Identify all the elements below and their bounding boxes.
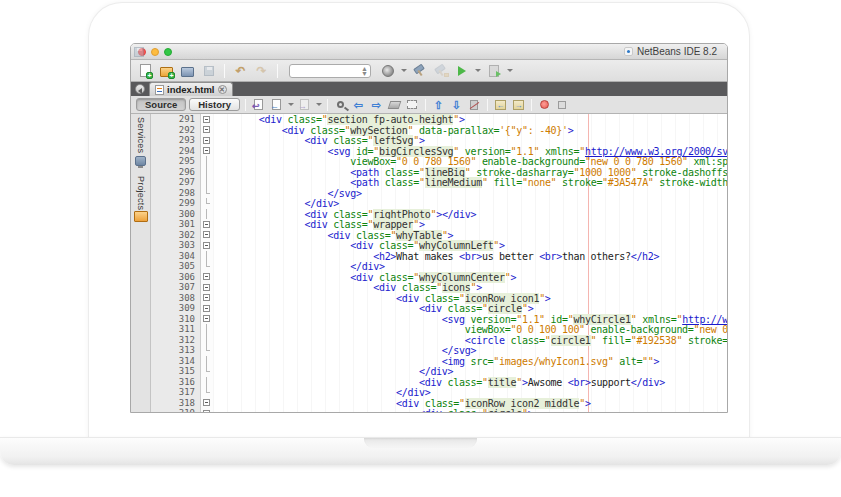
code-line[interactable]: <svg version="1.1" id="whyCircle1" xmlns…: [213, 314, 727, 325]
code-line[interactable]: <svg id="bigCirclesSvg" version="1.1" xm…: [213, 146, 727, 157]
line-number[interactable]: 298: [151, 188, 200, 199]
code-line[interactable]: <h2>What makes <br>us better <br>than ot…: [213, 251, 727, 262]
clean-and-build-icon[interactable]: [432, 62, 449, 79]
code-editor[interactable]: <div class="section fp-auto-height"> <di…: [213, 114, 727, 412]
code-line[interactable]: <path class="lineMedium" fill="none" str…: [213, 177, 727, 188]
fold-toggle-icon[interactable]: [203, 221, 210, 228]
back-icon[interactable]: ←: [269, 98, 284, 112]
new-project-icon[interactable]: +: [158, 62, 175, 79]
fold-toggle-icon[interactable]: [203, 294, 210, 301]
fold-toggle-icon[interactable]: [203, 126, 210, 133]
project-configuration-combobox[interactable]: ▲▼: [289, 64, 371, 78]
code-line[interactable]: </svg>: [213, 345, 727, 356]
line-number[interactable]: 302: [151, 230, 200, 241]
code-line[interactable]: <div class="rightPhoto"></div>: [213, 209, 727, 220]
tab-list-button[interactable]: [135, 84, 145, 94]
code-line[interactable]: <div class="title">Awsome <br>support</d…: [213, 377, 727, 388]
line-number[interactable]: 303: [151, 240, 200, 251]
code-line[interactable]: </div>: [213, 261, 727, 272]
minimize-window-button[interactable]: [151, 48, 159, 56]
back-dropdown-icon[interactable]: [288, 103, 294, 106]
fold-toggle-icon[interactable]: [203, 137, 210, 144]
line-number[interactable]: 316: [151, 377, 200, 388]
start-macro-recording-icon[interactable]: [537, 98, 552, 112]
find-selection-icon[interactable]: [333, 98, 348, 112]
web-preview-dropdown-icon[interactable]: [401, 69, 407, 72]
code-line[interactable]: <circle class="circle1" fill="#192538" s…: [213, 335, 727, 346]
code-line[interactable]: <div class="wrapper">: [213, 219, 727, 230]
line-number[interactable]: 297: [151, 177, 200, 188]
code-line[interactable]: <div class="icons">: [213, 282, 727, 293]
gutter[interactable]: 2912922932942952962972982993003013023033…: [151, 114, 201, 412]
code-line[interactable]: </div>: [213, 198, 727, 209]
source-view-button[interactable]: Source: [136, 98, 186, 111]
fold-toggle-icon[interactable]: [203, 315, 210, 322]
open-project-icon[interactable]: [179, 62, 196, 79]
redo-icon[interactable]: ↷: [253, 62, 270, 79]
line-number[interactable]: 293: [151, 135, 200, 146]
line-number[interactable]: 295: [151, 156, 200, 167]
forward-dropdown-icon[interactable]: [316, 103, 322, 106]
line-number[interactable]: 291: [151, 114, 200, 125]
fold-toggle-icon[interactable]: [203, 273, 210, 280]
line-number[interactable]: 292: [151, 125, 200, 136]
code-line[interactable]: viewBox="0 0 100 100" enable-background=…: [213, 324, 727, 335]
line-number[interactable]: 318: [151, 398, 200, 409]
code-line[interactable]: <div class="circle">: [213, 303, 727, 314]
code-line[interactable]: </svg>: [213, 188, 727, 199]
line-number[interactable]: 311: [151, 324, 200, 335]
line-number[interactable]: 301: [151, 219, 200, 230]
undo-icon[interactable]: ↷: [232, 62, 249, 79]
line-number[interactable]: 317: [151, 387, 200, 398]
toggle-highlight-search-icon[interactable]: [387, 98, 402, 112]
line-number[interactable]: 296: [151, 167, 200, 178]
code-line[interactable]: </div>: [213, 387, 727, 398]
find-next-occurrence-icon[interactable]: ⇨: [369, 98, 384, 112]
line-number[interactable]: 305: [151, 261, 200, 272]
line-number[interactable]: 310: [151, 314, 200, 325]
line-number[interactable]: 313: [151, 345, 200, 356]
code-line[interactable]: <div class="whyColumnLeft">: [213, 240, 727, 251]
line-number[interactable]: 307: [151, 282, 200, 293]
line-number[interactable]: 304: [151, 251, 200, 262]
history-view-button[interactable]: History: [189, 98, 240, 111]
fold-toggle-icon[interactable]: [203, 284, 210, 291]
toggle-rectangular-selection-icon[interactable]: [405, 98, 420, 112]
next-bookmark-icon[interactable]: ⇩: [449, 98, 464, 112]
last-edit-position-icon[interactable]: ↩: [251, 98, 266, 112]
line-number[interactable]: 299: [151, 198, 200, 209]
close-tab-icon[interactable]: ✕: [218, 85, 227, 94]
fold-toggle-icon[interactable]: [203, 305, 210, 312]
run-dropdown-icon[interactable]: [475, 69, 481, 72]
zoom-window-button[interactable]: [164, 48, 172, 56]
code-line[interactable]: viewBox="0 0 780 1560" enable-background…: [213, 156, 727, 167]
code-line[interactable]: <div class="whyTable">: [213, 230, 727, 241]
code-line[interactable]: <div class="section fp-auto-height">: [213, 114, 727, 125]
toggle-bookmark-icon[interactable]: [467, 98, 482, 112]
line-number[interactable]: 314: [151, 356, 200, 367]
web-preview-icon[interactable]: [379, 62, 396, 79]
find-previous-occurrence-icon[interactable]: ⇦: [351, 98, 366, 112]
line-number[interactable]: 312: [151, 335, 200, 346]
tab-index-html[interactable]: index.html ✕: [149, 82, 233, 96]
fold-toggle-icon[interactable]: [203, 399, 210, 406]
run-project-icon[interactable]: [453, 62, 470, 79]
fold-toggle-icon[interactable]: [203, 231, 210, 238]
fold-toggle-icon[interactable]: [203, 116, 210, 123]
fold-toggle-icon[interactable]: [203, 242, 210, 249]
code-line[interactable]: <img src="images/whyIcon1.svg" alt="">: [213, 356, 727, 367]
debug-dropdown-icon[interactable]: [507, 69, 513, 72]
fold-column[interactable]: [201, 114, 213, 412]
code-line[interactable]: <div class="circle">: [213, 408, 727, 412]
code-line[interactable]: </div>: [213, 366, 727, 377]
window-titlebar[interactable]: NetBeans IDE 8.2: [131, 44, 727, 60]
fold-toggle-icon[interactable]: [203, 410, 210, 413]
shift-line-right-icon[interactable]: →: [511, 98, 526, 112]
line-number[interactable]: 309: [151, 303, 200, 314]
shift-line-left-icon[interactable]: ←: [493, 98, 508, 112]
line-number[interactable]: 308: [151, 293, 200, 304]
forward-icon[interactable]: →: [297, 98, 312, 112]
line-number[interactable]: 306: [151, 272, 200, 283]
line-number[interactable]: 319: [151, 408, 200, 412]
line-number[interactable]: 300: [151, 209, 200, 220]
